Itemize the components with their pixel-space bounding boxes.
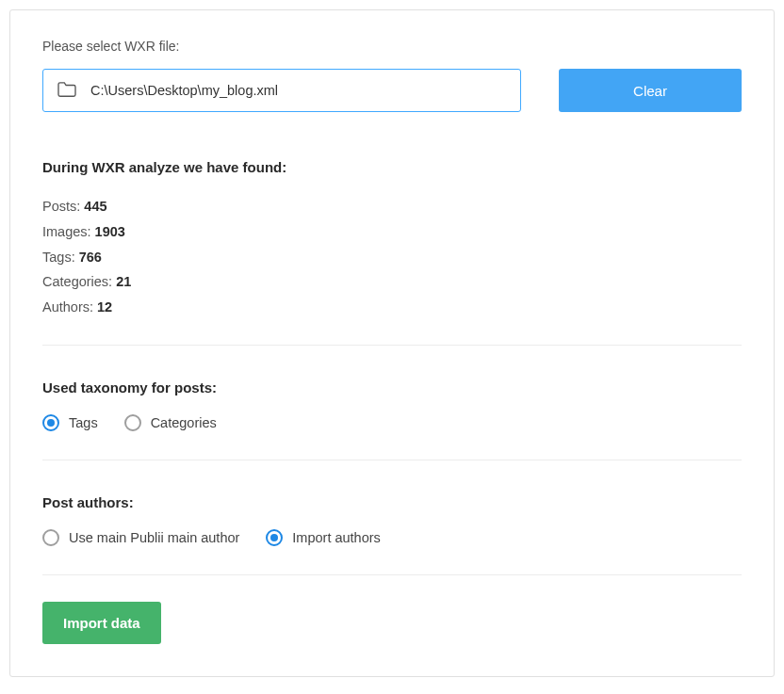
radio-taxonomy-categories[interactable]: Categories — [124, 414, 217, 431]
stat-authors-label: Authors: — [42, 299, 97, 315]
radio-authors-use-main[interactable]: Use main Publii main author — [42, 529, 239, 546]
file-select-label: Please select WXR file: — [42, 39, 742, 54]
radio-label: Import authors — [292, 530, 381, 545]
stat-images-value: 1903 — [95, 224, 125, 239]
stat-posts-value: 445 — [84, 199, 106, 214]
folder-icon — [57, 81, 77, 101]
file-path-input[interactable]: C:\Users\Desktop\my_blog.xml — [42, 69, 521, 112]
stat-tags-label: Tags: — [42, 250, 79, 265]
stat-tags: Tags: 766 — [42, 245, 742, 270]
stat-images: Images: 1903 — [42, 219, 742, 245]
taxonomy-section: Used taxonomy for posts: Tags Categories — [42, 346, 742, 460]
radio-label: Use main Publii main author — [69, 530, 239, 545]
stat-categories-value: 21 — [116, 274, 131, 289]
radio-taxonomy-tags[interactable]: Tags — [42, 414, 98, 431]
import-button[interactable]: Import data — [42, 602, 161, 644]
stat-images-label: Images: — [42, 224, 95, 239]
authors-section: Post authors: Use main Publii main autho… — [42, 460, 742, 574]
clear-button[interactable]: Clear — [559, 69, 742, 112]
import-panel: Please select WXR file: C:\Users\Desktop… — [9, 9, 775, 677]
stat-authors: Authors: 12 — [42, 295, 742, 320]
divider — [42, 574, 742, 575]
radio-label: Categories — [151, 415, 217, 430]
radio-indicator — [42, 414, 59, 431]
stat-posts-label: Posts: — [42, 199, 84, 214]
stat-categories-label: Categories: — [42, 274, 116, 289]
taxonomy-radio-group: Tags Categories — [42, 414, 742, 431]
radio-indicator — [124, 414, 141, 431]
radio-indicator — [266, 529, 283, 546]
analysis-heading: During WXR analyze we have found: — [42, 159, 742, 175]
analysis-stats: Posts: 445 Images: 1903 Tags: 766 Catego… — [42, 194, 742, 320]
authors-heading: Post authors: — [42, 494, 742, 510]
stat-tags-value: 766 — [79, 250, 102, 265]
file-row: C:\Users\Desktop\my_blog.xml Clear — [42, 69, 742, 112]
radio-label: Tags — [69, 415, 98, 430]
stat-authors-value: 12 — [97, 299, 112, 315]
stat-posts: Posts: 445 — [42, 194, 742, 219]
stat-categories: Categories: 21 — [42, 269, 742, 295]
radio-indicator — [42, 529, 59, 546]
radio-authors-import[interactable]: Import authors — [266, 529, 381, 546]
taxonomy-heading: Used taxonomy for posts: — [42, 379, 742, 395]
file-path-text: C:\Users\Desktop\my_blog.xml — [90, 83, 278, 98]
authors-radio-group: Use main Publii main author Import autho… — [42, 529, 742, 546]
